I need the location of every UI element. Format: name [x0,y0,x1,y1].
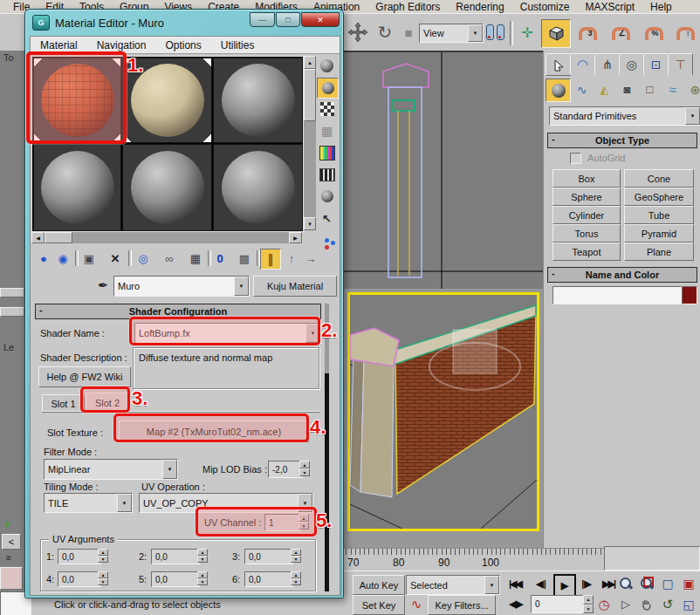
viewport-perspective[interactable] [337,289,543,550]
material-options-icon[interactable] [317,187,337,206]
menu-help[interactable]: Help [642,0,680,13]
button-cone[interactable]: Cone [624,169,694,188]
scroll-up-icon[interactable]: ▲ [304,56,316,69]
button-torus[interactable]: Torus [552,224,621,243]
uv-arg-field-1[interactable]: 0,0 [58,549,101,564]
make-unique-icon[interactable]: ∞ [161,249,178,267]
scrollbar-thumb[interactable] [45,232,72,243]
scroll-down-icon[interactable]: ▼ [304,217,316,230]
get-material-icon[interactable]: ● [35,249,52,267]
pan-hand-icon[interactable] [637,595,656,613]
menu-material[interactable]: Material [31,39,87,51]
category-systems-icon[interactable]: ⊛ [684,79,700,100]
new-key-filter-icon[interactable]: ∿ [407,595,426,613]
assign-material-to-selection-icon[interactable]: ▣ [80,249,98,267]
show-map-in-viewport-icon[interactable]: ▩ [236,249,253,267]
scrollbar-thumb[interactable] [304,69,316,121]
select-by-material-icon[interactable]: ↖ [317,208,337,228]
menu-maxscript[interactable]: MAXScript [577,0,642,13]
button-box[interactable]: Box [552,169,621,188]
slot-vertical-scrollbar[interactable]: ▲ ▼ [304,56,316,230]
sample-slot-6[interactable] [213,144,303,231]
go-to-parent-icon[interactable]: ↑ [283,249,300,267]
spinner-up-icon[interactable]: ▲ [197,549,208,556]
timeline-ruler[interactable]: 70 80 90 100 [337,548,604,572]
frame-spinner[interactable]: ▲ ▼ [583,595,594,613]
filter-mode-dropdown[interactable]: MipLinear ▼ [44,459,178,480]
reference-coordsys-dropdown[interactable]: View ▼ [419,24,484,43]
scroll-right-icon[interactable]: ▶ [289,232,302,243]
zoom-region-icon[interactable]: ▷ [616,595,635,613]
button-pyramid[interactable]: Pyramid [624,224,694,243]
menu-graph-editors[interactable]: Graph Editors [367,0,448,13]
angle-snap-icon[interactable]: ∠ [607,20,634,46]
select-and-move-icon[interactable] [346,20,370,44]
select-and-manipulate-icon[interactable]: ✛ [517,20,538,44]
zoom-icon[interactable] [616,574,635,593]
current-frame-field[interactable]: 0 [531,595,587,613]
use-center-icon[interactable] [484,22,505,43]
button-tube[interactable]: Tube [624,206,694,224]
select-and-rotate-icon[interactable]: ↻ [374,20,396,44]
make-preview-icon[interactable] [317,165,337,184]
viewport-front[interactable] [337,51,543,290]
category-lights-icon[interactable]: ◭ [594,79,615,100]
uv-arg-field-4[interactable]: 0,0 [58,571,101,587]
button-cylinder[interactable]: Cylinder [552,206,621,224]
uv-arg-spinner[interactable]: ▲▼ [291,571,301,585]
uv-arg-field-5[interactable]: 0,0 [151,571,200,587]
slot-horizontal-scrollbar[interactable]: ◀ ▶ [31,232,302,243]
auto-key-button[interactable]: Auto Key [353,575,405,595]
set-key-button[interactable]: Set Key [353,595,405,615]
minimize-button[interactable]: — [250,12,275,27]
spinner-down-icon[interactable]: ▼ [583,605,594,614]
spinner-down-icon[interactable]: ▼ [197,578,208,585]
chevron-down-icon[interactable]: ▼ [468,24,483,42]
uv-arg-field-6[interactable]: 0,0 [244,571,293,587]
spinner-snap-icon[interactable]: ↕ [672,20,698,46]
play-button-icon[interactable]: ▶ [553,574,576,597]
material-id-channel-icon[interactable]: 0 [211,249,229,267]
mini-listener-pink[interactable] [0,567,23,590]
tab-utilities[interactable]: ⊤ [668,53,693,75]
scroll-left-icon[interactable]: ◀ [31,232,45,243]
go-forward-to-sibling-icon[interactable]: → [302,249,319,267]
select-and-scale-icon[interactable]: ■ [398,20,419,44]
menu-utilities[interactable]: Utilities [211,39,264,51]
tab-create[interactable] [546,53,571,76]
menu-options[interactable]: Options [155,39,210,51]
spinner-up-icon[interactable]: ▲ [583,595,594,605]
video-color-check-icon[interactable] [317,143,337,162]
spinner-up-icon[interactable]: ▲ [291,571,301,578]
uv-arg-spinner[interactable]: ▲▼ [98,571,108,585]
material-name-dropdown[interactable]: Muro ▼ [113,276,250,297]
tab-hierarchy[interactable]: ⋔ [594,53,620,75]
show-end-result-icon[interactable]: ∥ [260,249,281,270]
category-shapes-icon[interactable]: ∿ [571,79,593,100]
spinner-down-icon[interactable]: ▼ [299,468,310,476]
backlight-icon[interactable] [317,78,339,99]
snaps-toggle-icon[interactable] [541,19,571,48]
category-helpers-icon[interactable]: □ [639,79,661,100]
spinner-up-icon[interactable]: ▲ [197,571,208,578]
spinner-down-icon[interactable]: ▼ [291,556,301,563]
chevron-down-icon[interactable]: ▼ [162,460,177,479]
close-button[interactable]: ✕ [301,12,340,27]
zoom-extents-all-icon[interactable]: ▣ [679,574,698,593]
spinner-down-icon[interactable]: ▼ [197,556,208,563]
chevron-down-icon[interactable]: ▼ [685,107,700,125]
object-color-swatch[interactable] [682,286,697,304]
spinner-up-icon[interactable]: ▲ [291,549,301,556]
put-to-library-icon[interactable]: ▦ [187,249,204,267]
button-plane[interactable]: Plane [624,243,694,261]
tab-motion[interactable]: ◎ [619,53,644,75]
sample-slot-4[interactable] [33,144,121,231]
primitives-category-dropdown[interactable]: Standard Primitives ▼ [549,106,700,126]
menu-navigation[interactable]: Navigation [87,39,156,51]
uv-arg-field-2[interactable]: 0,0 [151,549,200,564]
key-mode-toggle-icon[interactable]: ◀▶ [504,595,527,613]
make-material-copy-icon[interactable]: ◎ [134,249,152,267]
viewport-splitter[interactable] [0,307,24,317]
category-cameras-icon[interactable]: ◙ [616,79,638,100]
uv-arg-spinner[interactable]: ▲▼ [291,549,301,563]
